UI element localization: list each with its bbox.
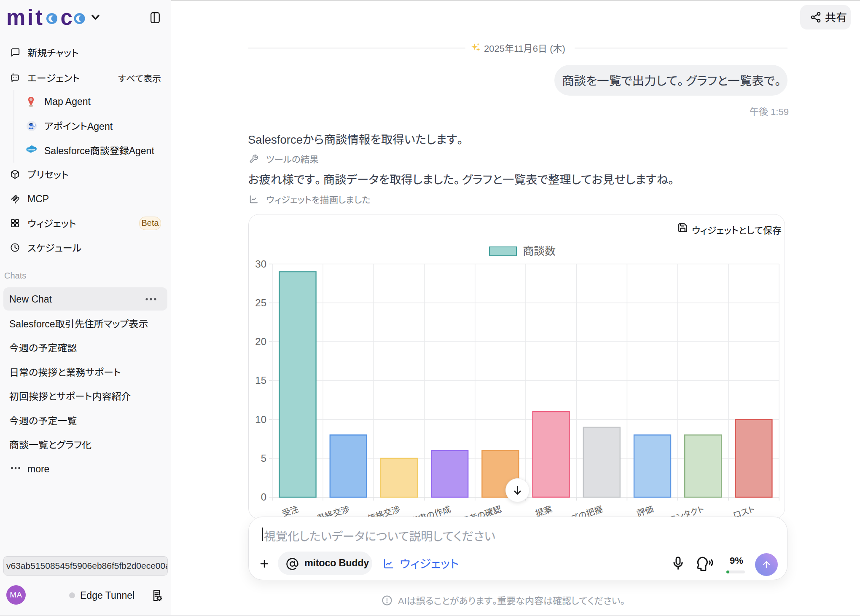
- svg-text:salesforce: salesforce: [27, 149, 35, 151]
- svg-text:商談数: 商談数: [523, 245, 556, 257]
- svg-text:mit: mit: [6, 5, 43, 29]
- svg-text:30: 30: [255, 258, 266, 270]
- svg-text:0: 0: [261, 491, 266, 503]
- svg-text:5: 5: [261, 453, 266, 464]
- svg-text:15: 15: [255, 375, 266, 386]
- svg-text:25: 25: [255, 297, 266, 308]
- svg-text:c: c: [61, 5, 73, 29]
- svg-text:20: 20: [255, 336, 266, 347]
- svg-text:10: 10: [255, 414, 266, 425]
